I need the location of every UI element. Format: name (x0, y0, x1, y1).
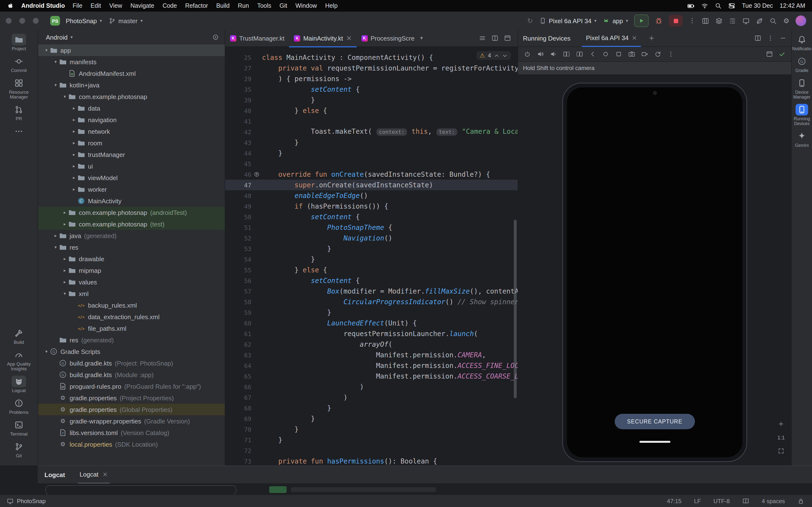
line-number[interactable]: 51 (225, 224, 251, 231)
search-everywhere-button[interactable] (770, 17, 777, 24)
tool-window-button-more-tool-windows[interactable] (0, 125, 38, 137)
menu-item-view[interactable]: View (109, 2, 122, 9)
tree-row-file-paths-xml[interactable]: </>file_paths.xml (38, 323, 225, 334)
menu-item-build[interactable]: Build (216, 2, 230, 9)
tree-row-mainactivity[interactable]: CMainActivity (38, 195, 225, 207)
more-actions-button[interactable] (689, 17, 696, 24)
project-selector[interactable]: PhotoSnap ▾ (64, 17, 102, 24)
device-volume-up-icon[interactable] (537, 51, 544, 57)
menu-item-run[interactable]: Run (238, 2, 249, 9)
tree-row-viewmodel[interactable]: ▸viewModel (38, 172, 225, 183)
device-rotate-icon[interactable] (654, 51, 661, 57)
tree-row-java-generated[interactable]: ▸java(generated) (38, 230, 225, 241)
devices-header-split-icon[interactable] (755, 35, 761, 42)
tree-chevron-icon[interactable]: ▾ (61, 291, 68, 296)
close-icon[interactable] (632, 35, 637, 40)
tree-row-com-example-photosnap-androidtest[interactable]: ▸com.example.photosnap(androidTest) (38, 207, 225, 218)
line-number[interactable]: 68 (225, 404, 251, 412)
tree-chevron-icon[interactable]: ▸ (61, 268, 68, 273)
tool-window-button-resource-manager[interactable]: Resource Manager (0, 77, 38, 100)
tree-chevron-icon[interactable]: ▸ (61, 210, 68, 215)
add-device-tab-button[interactable] (649, 35, 655, 41)
code-editor[interactable]: 25class MainActivity : ComponentActivity… (225, 46, 518, 465)
line-number[interactable]: 62 (225, 341, 251, 348)
line-number[interactable]: 61 (225, 330, 251, 337)
vcs-branch-selector[interactable]: master ▾ (109, 17, 143, 24)
line-number[interactable]: 47 (225, 181, 251, 188)
device-screen[interactable]: SECURE CAPTURE (567, 88, 743, 457)
device-screen-record-icon[interactable] (642, 51, 648, 57)
structure-icon[interactable] (729, 17, 737, 24)
menu-item-file[interactable]: File (73, 2, 83, 9)
tree-row-navigation[interactable]: ▸navigation (38, 114, 225, 125)
tree-chevron-icon[interactable]: ▸ (70, 118, 77, 122)
zoom-fit-button[interactable] (778, 448, 784, 454)
line-number[interactable]: 29 (225, 75, 251, 82)
tool-window-button-gemini[interactable]: Gemini (792, 130, 812, 148)
tree-row-manifests[interactable]: ▾manifests (38, 56, 225, 68)
tree-row-gradle-properties-global-properties[interactable]: ⚙gradle.properties(Global Properties) (38, 404, 225, 415)
tree-row-kotlin-java[interactable]: ▾kotlin+java (38, 79, 225, 91)
line-number[interactable]: 52 (225, 234, 251, 242)
tree-row-mipmap[interactable]: ▸mipmap (38, 265, 225, 276)
logcat-tab[interactable]: Logcat (78, 465, 109, 484)
device-overview-icon[interactable] (615, 51, 622, 57)
line-number[interactable]: 73 (225, 457, 251, 465)
line-number[interactable]: 58 (225, 298, 251, 305)
close-icon[interactable] (102, 471, 108, 477)
line-number[interactable]: 39 (225, 96, 251, 104)
line-number[interactable]: 59 (225, 309, 251, 316)
device-screenshot-icon[interactable] (628, 51, 635, 57)
device-volume-down-icon[interactable] (550, 51, 557, 57)
tab-list-icon[interactable] (479, 35, 486, 42)
tool-window-button-pull-requests[interactable]: PR (0, 104, 38, 121)
debug-button[interactable] (655, 17, 663, 24)
file-encoding[interactable]: UTF-8 (713, 498, 730, 505)
tool-window-button-logcat[interactable]: Logcat (0, 376, 38, 393)
zoom-window-button[interactable] (33, 18, 39, 24)
tree-row-backup-rules-xml[interactable]: </>backup_rules.xml (38, 299, 225, 311)
tree-row-values[interactable]: ▸values (38, 276, 225, 288)
indent-setting[interactable]: 4 spaces (762, 498, 785, 505)
line-number[interactable]: 63 (225, 351, 251, 358)
menu-item-code[interactable]: Code (162, 2, 177, 9)
override-gutter-icon[interactable] (254, 171, 260, 177)
editor-tab-processingscre[interactable]: KProcessingScre (356, 30, 419, 47)
sync-icon[interactable]: ↻ (527, 17, 533, 24)
line-number[interactable]: 48 (225, 192, 251, 199)
tree-chevron-icon[interactable]: ▾ (52, 60, 59, 64)
tree-row-res[interactable]: ▾res (38, 241, 225, 253)
line-number[interactable]: 56 (225, 277, 251, 284)
leaf-icon[interactable] (756, 17, 763, 24)
reader-mode-icon[interactable] (743, 498, 749, 505)
line-number[interactable]: 35 (225, 86, 251, 93)
menu-item-edit[interactable]: Edit (91, 2, 101, 9)
tool-window-button-gradle[interactable]: GGradle (792, 56, 812, 73)
device-fold-left-icon[interactable] (563, 51, 570, 57)
tree-row-trustmanager[interactable]: ▸trustManager (38, 149, 225, 160)
line-number[interactable]: 41 (225, 118, 251, 125)
logcat-title[interactable]: Logcat (45, 471, 65, 478)
device-fold-right-icon[interactable] (576, 51, 583, 57)
line-number[interactable]: 69 (225, 415, 251, 422)
close-window-button[interactable] (6, 18, 12, 24)
tree-chevron-icon[interactable]: ▸ (70, 152, 77, 157)
zoom-in-button[interactable] (778, 421, 784, 427)
tree-row-data-extraction-rules-xml[interactable]: </>data_extraction_rules.xml (38, 311, 225, 323)
tree-chevron-icon[interactable]: ▾ (43, 349, 50, 354)
tree-row-build-gradle-kts-module-app[interactable]: Gbuild.gradle.kts(Module :app) (38, 369, 225, 381)
wifi-icon[interactable] (701, 2, 708, 9)
tree-row-com-example-photosnap[interactable]: ▾com.example.photosnap (38, 91, 225, 102)
zoom-level[interactable]: 1:1 (777, 435, 785, 440)
tree-chevron-icon[interactable]: ▸ (70, 129, 77, 133)
line-number[interactable]: 57 (225, 288, 251, 295)
tree-row-ui[interactable]: ▸ui (38, 160, 225, 172)
tree-row-xml[interactable]: ▾xml (38, 288, 225, 299)
tree-row-com-example-photosnap-test[interactable]: ▸com.example.photosnap(test) (38, 218, 225, 230)
line-number[interactable]: 71 (225, 436, 251, 444)
layers-icon[interactable] (716, 17, 723, 24)
tool-window-button-running-devices[interactable]: Running Devices (792, 104, 812, 126)
tree-row-local-properties-sdk-location[interactable]: ⚙local.properties(SDK Location) (38, 439, 225, 450)
line-number[interactable]: 46 (225, 171, 251, 178)
tree-row-res-generated[interactable]: res(generated) (38, 334, 225, 346)
